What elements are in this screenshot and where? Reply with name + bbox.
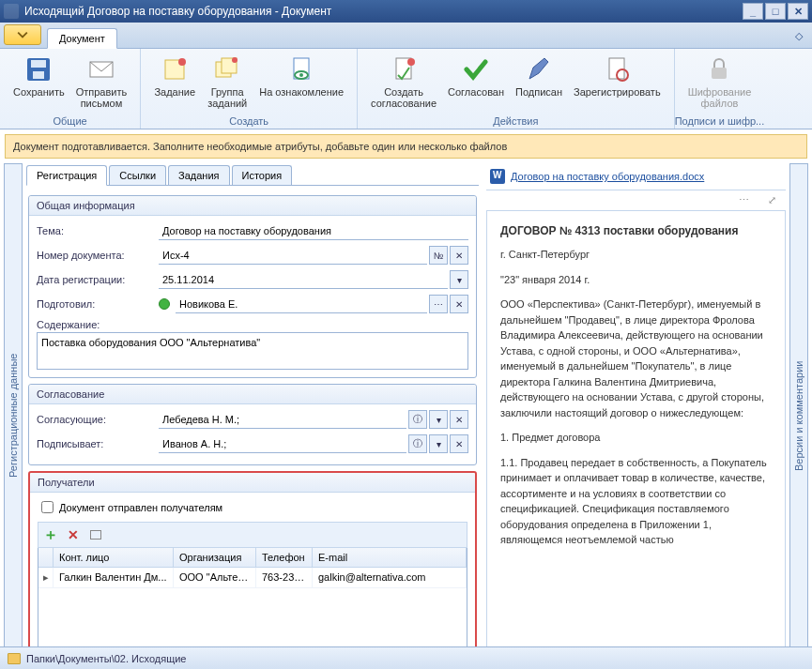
help-button[interactable]: ◇ bbox=[789, 26, 808, 45]
preview-heading: ДОГОВОР № 4313 поставки оборудования bbox=[500, 222, 772, 239]
task-group-button[interactable]: Группазаданий bbox=[201, 53, 253, 111]
cell-email: galkin@alternativa.com bbox=[313, 568, 467, 587]
recipients-toolbar: ＋ ✕ bbox=[38, 522, 467, 548]
tab-document[interactable]: Документ bbox=[47, 28, 117, 49]
ribbon-group-create: Задание Группазаданий На ознакомление Со… bbox=[141, 49, 358, 129]
minimize-button[interactable]: _ bbox=[743, 3, 763, 20]
task-button[interactable]: Задание bbox=[148, 53, 201, 99]
svg-point-8 bbox=[232, 57, 237, 63]
regdate-input[interactable]: 25.11.2014 bbox=[159, 270, 448, 289]
subject-input[interactable]: Договор на поставку оборудования bbox=[159, 221, 468, 240]
remove-recipient-button[interactable]: ✕ bbox=[64, 525, 83, 544]
save-button[interactable]: Сохранить bbox=[8, 53, 70, 99]
docnum-generate-button[interactable]: № bbox=[429, 246, 448, 265]
subtab-tasks[interactable]: Задания bbox=[168, 165, 229, 185]
file-menu-button[interactable] bbox=[4, 24, 41, 45]
check-green-icon bbox=[461, 54, 491, 84]
breadcrumb[interactable]: Папки\Документы\02. Исходящие bbox=[26, 653, 186, 664]
regdate-dropdown-button[interactable]: ▾ bbox=[450, 270, 468, 289]
content-label: Содержание: bbox=[37, 319, 159, 330]
add-recipient-button[interactable]: ＋ bbox=[41, 525, 60, 544]
form-panel: Регистрация Ссылки Задания История Общая… bbox=[23, 163, 483, 668]
docnum-label: Номер документа: bbox=[37, 250, 159, 261]
col-phone[interactable]: Телефон bbox=[256, 548, 313, 567]
docnum-input[interactable]: Исх-4 bbox=[159, 246, 427, 265]
group-general-info: Общая информация Тема: Договор на постав… bbox=[28, 195, 477, 378]
subtab-links[interactable]: Ссылки bbox=[109, 165, 166, 185]
folder-icon bbox=[8, 653, 21, 664]
col-org[interactable]: Организация bbox=[174, 548, 256, 567]
grid-indicator-header bbox=[38, 548, 54, 567]
signer-dropdown-button[interactable]: ▾ bbox=[429, 434, 448, 453]
chevron-down-icon bbox=[17, 29, 28, 40]
preview-body[interactable]: ДОГОВОР № 4313 поставки оборудования г. … bbox=[486, 210, 786, 668]
author-lookup-button[interactable]: ⋯ bbox=[429, 295, 448, 313]
group-title: Согласование bbox=[29, 385, 476, 404]
note-icon bbox=[160, 54, 190, 84]
author-label: Подготовил: bbox=[37, 298, 159, 310]
svg-rect-2 bbox=[33, 71, 44, 79]
recipients-grid: Конт. лицо Организация Телефон E-mail ▸ … bbox=[38, 548, 467, 662]
app-icon bbox=[4, 4, 19, 19]
group-recipients: Получатели Документ отправлен получателя… bbox=[28, 471, 477, 668]
floppy-icon bbox=[23, 54, 54, 84]
col-contact[interactable]: Конт. лицо bbox=[54, 548, 174, 567]
approvers-info-button[interactable]: ⓘ bbox=[408, 410, 427, 429]
approvers-clear-button[interactable]: ✕ bbox=[450, 410, 468, 429]
signer-info-button[interactable]: ⓘ bbox=[408, 434, 427, 453]
content-textarea[interactable] bbox=[37, 332, 468, 370]
preview-date: "23" января 2014 г. bbox=[500, 272, 772, 288]
signed-button[interactable]: Подписан bbox=[510, 53, 568, 99]
preview-tool-dots[interactable]: ⋯ bbox=[739, 194, 749, 206]
preview-panel: Договор на поставку оборудования.docx ⋯ … bbox=[483, 163, 789, 668]
subject-label: Тема: bbox=[37, 225, 159, 236]
document-eye-icon bbox=[286, 54, 316, 84]
author-input[interactable]: Новикова Е. bbox=[176, 295, 427, 313]
review-button[interactable]: На ознакомление bbox=[253, 53, 349, 99]
cell-org: ООО "Альтер... bbox=[174, 568, 256, 587]
signer-input[interactable]: Иванов А. Н.; bbox=[159, 434, 406, 453]
create-approval-button[interactable]: Создатьсогласование bbox=[365, 53, 442, 111]
grid-row[interactable]: ▸ Галкин Валентин Дм... ООО "Альтер... 7… bbox=[38, 568, 467, 588]
register-button[interactable]: Зарегистрировать bbox=[568, 53, 666, 99]
preview-header: Договор на поставку оборудования.docx bbox=[486, 163, 786, 190]
cell-phone: 763-23-23 bbox=[256, 568, 313, 587]
signer-label: Подписывает: bbox=[37, 438, 159, 449]
ribbon-group-common: Сохранить Отправитьписьмом Общие bbox=[0, 49, 141, 129]
approvers-label: Согласующие: bbox=[37, 414, 159, 425]
side-panel-right-collapsed[interactable]: Версии и комментарии bbox=[789, 163, 808, 668]
recipient-card-button[interactable] bbox=[86, 525, 105, 544]
send-mail-button[interactable]: Отправитьписьмом bbox=[70, 53, 133, 111]
approvers-input[interactable]: Лебедева Н. М.; bbox=[159, 410, 406, 429]
sub-tabs: Регистрация Ссылки Задания История bbox=[26, 163, 479, 186]
sent-to-recipients-checkbox[interactable] bbox=[41, 501, 54, 513]
preview-tool-expand[interactable]: ⤢ bbox=[768, 194, 776, 206]
pen-icon bbox=[524, 54, 554, 84]
ribbon-group-actions: Создатьсогласование Согласован Подписан … bbox=[358, 49, 675, 129]
group-title: Получатели bbox=[30, 473, 475, 493]
approvers-dropdown-button[interactable]: ▾ bbox=[429, 410, 448, 429]
preview-para-2: 1. Предмет договора bbox=[500, 430, 772, 446]
ribbon-group-sign: Шифрованиефайлов Подписи и шифр... bbox=[675, 49, 765, 129]
document-new-icon bbox=[389, 54, 419, 84]
col-email[interactable]: E-mail bbox=[313, 548, 467, 567]
ribbon-tabstrip: Документ ◇ bbox=[0, 23, 812, 49]
svg-point-11 bbox=[299, 73, 303, 77]
subtab-registration[interactable]: Регистрация bbox=[26, 165, 107, 186]
group-title: Общая информация bbox=[29, 196, 476, 216]
status-bar: Папки\Документы\02. Исходящие bbox=[0, 646, 812, 669]
side-panel-left-collapsed[interactable]: Регистрационные данные bbox=[4, 163, 23, 668]
row-indicator-icon: ▸ bbox=[38, 568, 54, 587]
encrypt-button[interactable]: Шифрованиефайлов bbox=[682, 53, 758, 111]
approved-button[interactable]: Согласован bbox=[442, 53, 510, 99]
maximize-button[interactable]: □ bbox=[765, 3, 786, 20]
close-button[interactable]: ✕ bbox=[788, 3, 808, 20]
docnum-clear-button[interactable]: ✕ bbox=[450, 246, 468, 265]
preview-filename-link[interactable]: Договор на поставку оборудования.docx bbox=[511, 171, 704, 182]
subtab-history[interactable]: История bbox=[232, 165, 293, 185]
svg-rect-16 bbox=[712, 68, 727, 79]
lock-icon bbox=[704, 54, 734, 84]
preview-city: г. Санкт-Петербург bbox=[500, 247, 772, 263]
author-clear-button[interactable]: ✕ bbox=[450, 295, 468, 313]
signer-clear-button[interactable]: ✕ bbox=[450, 434, 468, 453]
